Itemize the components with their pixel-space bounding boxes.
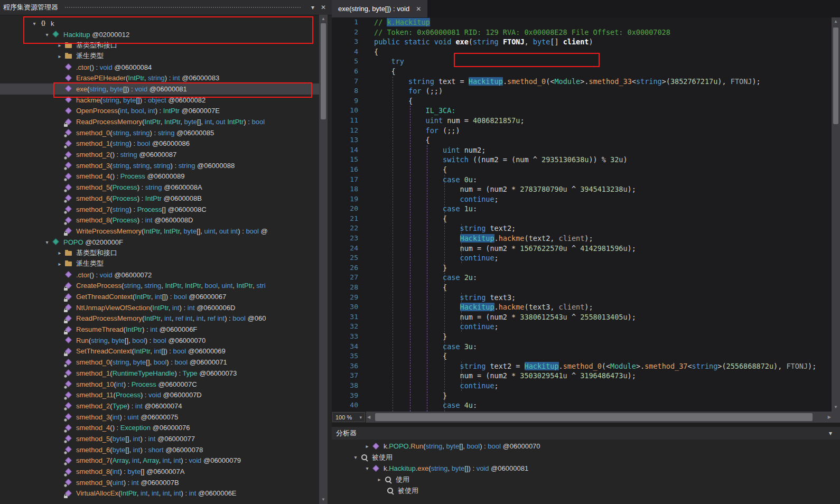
expander-closed-icon[interactable]: ▸	[362, 443, 372, 449]
code-line[interactable]: {	[332, 47, 832, 57]
tree-row[interactable]: smethod_9(uint) : int @0600007B	[0, 477, 319, 488]
tree-row[interactable]: .ctor() : void @06000084	[0, 62, 319, 73]
code-scrollbar-horizontal[interactable]: ◀ ▶	[366, 412, 832, 423]
tree-row[interactable]: ▸派生类型	[0, 51, 319, 62]
code-line[interactable]: case 4u:	[332, 400, 832, 410]
tree-row[interactable]: .ctor() : void @06000072	[0, 269, 319, 281]
expander-open-icon[interactable]: ▾	[362, 465, 372, 471]
tree-row[interactable]: smethod_1(RuntimeTypeHandle) : Type @060…	[0, 368, 319, 379]
tree-row[interactable]: smethod_3(int) : uint @06000075	[0, 412, 319, 423]
expander-closed-icon[interactable]: ▸	[55, 53, 64, 59]
tree-row[interactable]: hackme(string, byte[]) : object @0600008…	[0, 95, 319, 106]
expander-closed-icon[interactable]: ▸	[55, 250, 64, 256]
code-line[interactable]: for (;;)	[332, 126, 832, 136]
code-line[interactable]: string text = Hackitup.smethod_0(<Module…	[332, 77, 832, 87]
tree-row[interactable]: CreateProcess(string, string, IntPtr, In…	[0, 281, 319, 292]
tree-row[interactable]: smethod_2() : string @06000087	[0, 149, 319, 160]
code-line[interactable]: {	[332, 67, 832, 77]
code-line[interactable]: case 1u:	[332, 204, 832, 214]
code-line[interactable]: continue;	[332, 381, 832, 391]
expander-closed-icon[interactable]: ▸	[375, 477, 384, 482]
code-line[interactable]: string text2 = Hackitup.smethod_0(<Modul…	[332, 361, 832, 371]
code-line[interactable]: public static void exe(string FTONJ, byt…	[332, 37, 832, 47]
code-line[interactable]: }	[332, 332, 832, 342]
drag-grip[interactable]	[64, 6, 301, 9]
scroll-left-icon[interactable]: ◀	[367, 412, 370, 423]
code-line[interactable]: {	[332, 214, 832, 224]
code-line[interactable]: case 2u:	[332, 273, 832, 283]
expander-closed-icon[interactable]: ▸	[55, 261, 64, 267]
tree-row[interactable]: ReadProcessMemory(IntPtr, int, ref int, …	[0, 313, 319, 324]
tree-row[interactable]: smethod_6(byte[], int) : short @06000078	[0, 444, 319, 455]
code-line[interactable]: {	[332, 135, 832, 145]
chevron-down-icon[interactable]: ▾	[825, 430, 836, 437]
code-line[interactable]: continue;	[332, 194, 832, 204]
tree-row[interactable]: smethod_8(Process) : int @0600008D	[0, 214, 319, 226]
code-line[interactable]: string text3;	[332, 293, 832, 303]
tree-row[interactable]: smethod_2(Type) : int @06000074	[0, 400, 319, 412]
code-line[interactable]: switch ((num2 = (num ^ 2935130638u)) % 3…	[332, 155, 832, 165]
tree-row[interactable]: ▸基类型和接口	[0, 247, 319, 258]
chevron-down-icon[interactable]: ▾	[307, 4, 318, 11]
scroll-right-icon[interactable]: ▶	[828, 412, 831, 423]
tree-row[interactable]: smethod_7(Array, int, Array, int, int) :…	[0, 455, 319, 466]
code-line[interactable]: {	[332, 351, 832, 361]
code-line[interactable]: // Token: 0x06000081 RID: 129 RVA: 0x000…	[332, 27, 832, 38]
code-line[interactable]: num = (num2 * 3503029541u ^ 3196486473u)…	[332, 371, 832, 381]
code-line[interactable]: num = (num2 * 2783780790u ^ 3945413238u)…	[332, 184, 832, 194]
analyzer-row[interactable]: ▸k.POPO.Run(string, byte[], bool) : bool…	[332, 441, 840, 452]
tree-row[interactable]: smethod_4() : Exception @06000076	[0, 422, 319, 433]
close-icon[interactable]: ✕	[318, 4, 329, 11]
tree-row[interactable]: SetThreadContext(IntPtr, int[]) : bool @…	[0, 346, 319, 357]
code-line[interactable]: continue;	[332, 253, 832, 263]
expander-open-icon[interactable]: ▾	[42, 239, 52, 245]
code-line[interactable]: Hackitup.hackme(text3, client);	[332, 302, 832, 312]
zoom-select[interactable]: 100 % ▾	[332, 412, 365, 422]
code-line[interactable]: continue;	[332, 322, 832, 332]
tree-row[interactable]: ▾Hackitup @02000012	[0, 29, 319, 40]
tree-row[interactable]: smethod_6(Process) : IntPtr @0600008B	[0, 193, 319, 204]
analyzer-row[interactable]: 被使用	[332, 485, 840, 496]
code-line[interactable]: uint num = 4086821857u;	[332, 116, 832, 126]
code-line[interactable]: case 0u:	[332, 175, 832, 185]
code-line[interactable]: case 3u:	[332, 342, 832, 352]
tree-row[interactable]: smethod_4() : Process @06000089	[0, 171, 319, 182]
tree-row[interactable]: VirtualAllocEx(IntPtr, int, int, int, in…	[0, 488, 319, 499]
analyzer-row[interactable]: ▸使用	[332, 474, 840, 485]
tree-row[interactable]: NtUnmapViewOfSection(IntPtr, int) : int …	[0, 302, 319, 313]
code-line[interactable]: for (;;)	[332, 86, 832, 96]
code-line[interactable]: }	[332, 391, 832, 401]
code-line[interactable]: try	[332, 57, 832, 67]
tree-row[interactable]: smethod_10(int) : Process @0600007C	[0, 379, 319, 390]
tree-row[interactable]: exe(string, byte[]) : void @06000081	[0, 83, 319, 95]
tree-row[interactable]: ErasePEHeader(IntPtr, string) : int @060…	[0, 72, 319, 83]
code-line[interactable]: IL_3CA:	[332, 106, 832, 116]
scroll-down-icon[interactable]: ▼	[319, 497, 328, 503]
tree-row[interactable]: OpenProcess(int, bool, int) : IntPtr @06…	[0, 106, 319, 117]
explorer-scrollbar[interactable]: ▲ ▼	[319, 15, 328, 504]
analyzer-row[interactable]: ▾被使用	[332, 452, 840, 463]
tree-row[interactable]: Run(string, byte[], bool) : bool @060000…	[0, 335, 319, 346]
tree-row[interactable]: GetThreadContext(IntPtr, int[]) : bool @…	[0, 291, 319, 302]
tree-row[interactable]: smethod_8(int) : byte[] @0600007A	[0, 466, 319, 477]
tree-row[interactable]: ▾POPO @0200000F	[0, 237, 319, 248]
tree-row[interactable]: WriteProcessMemory(IntPtr, IntPtr, byte[…	[0, 226, 319, 237]
tree-row[interactable]: ▸基类型和接口	[0, 40, 319, 51]
scrollbar-thumb[interactable]	[321, 23, 326, 119]
code-line[interactable]: {	[332, 96, 832, 106]
code-scrollbar-vertical[interactable]: ▲ ▼	[832, 17, 840, 412]
expander-closed-icon[interactable]: ▸	[55, 42, 64, 48]
tree-row[interactable]: ReadProcessMemory(IntPtr, IntPtr, byte[]…	[0, 116, 319, 127]
tree-row[interactable]: smethod_5(Process) : string @0600008A	[0, 182, 319, 193]
tree-row[interactable]: smethod_5(byte[], int) : int @06000077	[0, 433, 319, 444]
tree-row[interactable]: smethod_3(string, string, string) : stri…	[0, 160, 319, 171]
scroll-up-icon[interactable]: ▲	[832, 18, 840, 25]
tree-row[interactable]: ▾{}k	[0, 18, 319, 29]
tree-row[interactable]: ▸派生类型	[0, 258, 319, 269]
expander-open-icon[interactable]: ▾	[30, 21, 39, 26]
code-line[interactable]: string text2;	[332, 223, 832, 234]
code-line[interactable]: {	[332, 283, 832, 293]
close-icon[interactable]: ✕	[416, 5, 421, 13]
tree-row[interactable]: smethod_7(string) : Process[] @0600008C	[0, 204, 319, 215]
scrollbar-thumb[interactable]	[375, 413, 813, 421]
